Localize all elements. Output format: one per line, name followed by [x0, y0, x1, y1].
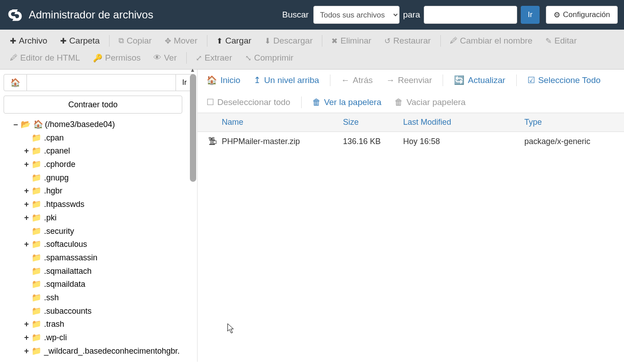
html-icon: 🖉 [10, 53, 18, 62]
search-scope-select[interactable]: Todos sus archivos [313, 6, 400, 24]
folder-tree-pane: ▲ 🏠 Ir Contraer todo – 📂 🏠 (/home3/based… [0, 70, 198, 362]
expand-toggle-icon[interactable]: + [23, 211, 30, 225]
empty-trash-button[interactable]: 🗑Vaciar papelera [392, 96, 468, 109]
permissions-button[interactable]: 🔑Permisos [87, 49, 147, 66]
cpanel-logo [6, 7, 22, 23]
toolbar: ✚Archivo ✚Carpeta ⧉Copiar ✥Mover ⬆Cargar… [0, 30, 624, 70]
folder-icon: 📁 [31, 278, 41, 291]
tree-item[interactable]: 📁.sqmaildata [4, 278, 193, 291]
tree-item[interactable]: 📁.cpan [4, 132, 193, 145]
download-icon: ⬇ [264, 36, 271, 46]
tree-item-label: .softaculous [44, 238, 87, 251]
folder-open-icon: 📂 [21, 118, 31, 132]
folder-button[interactable]: ✚Carpeta [54, 32, 106, 49]
forward-button[interactable]: →Reenviar [383, 74, 435, 87]
html-editor-button[interactable]: 🖉Editor de HTML [4, 49, 87, 66]
column-header-name[interactable]: Name [222, 118, 343, 127]
path-input[interactable] [27, 74, 176, 91]
expand-toggle-icon[interactable]: + [23, 158, 30, 171]
select-all-button[interactable]: ☑Seleccione Todo [525, 73, 603, 87]
expand-toggle-icon[interactable]: + [23, 238, 30, 251]
tree-item-label: .hgbr [44, 184, 62, 198]
move-button[interactable]: ✥Mover [158, 32, 204, 49]
expand-toggle-icon[interactable]: + [23, 198, 30, 211]
folder-tree: – 📂 🏠 (/home3/basede04) 📁.cpan+📁.cpanel+… [4, 118, 193, 358]
key-icon: 🔑 [93, 53, 102, 63]
expand-toggle-icon[interactable]: + [23, 331, 30, 345]
folder-icon: 📁 [31, 251, 41, 265]
folder-icon: 📁 [31, 184, 41, 198]
tree-item[interactable]: +📁.softaculous [4, 238, 193, 251]
header: Administrador de archivos Buscar Todos s… [0, 0, 624, 30]
edit-button[interactable]: ✎Editar [539, 32, 584, 49]
tree-item[interactable]: +📁.cphorde [4, 158, 193, 171]
expand-toggle-icon[interactable]: + [23, 145, 30, 158]
tree-item[interactable]: +📁.trash [4, 318, 193, 331]
collapse-all-button[interactable]: Contraer todo [4, 96, 182, 114]
scrollbar-thumb[interactable] [190, 74, 196, 182]
search-go-button[interactable]: Ir [521, 6, 540, 24]
tree-item[interactable]: 📁.spamassassin [4, 251, 193, 265]
home-icon: 🏠 [10, 78, 20, 88]
tree-item-label: .security [44, 225, 74, 238]
extract-icon: ⤢ [196, 53, 202, 63]
copy-button[interactable]: ⧉Copiar [112, 32, 158, 49]
home-path-button[interactable]: 🏠 [4, 74, 27, 91]
tree-item[interactable]: +📁.htpasswds [4, 198, 193, 211]
tree-item[interactable]: 📁.sqmailattach [4, 265, 193, 278]
compress-button[interactable]: ⤡Comprimir [239, 49, 300, 66]
tree-item[interactable]: +📁.pki [4, 211, 193, 225]
folder-icon: 📁 [31, 305, 41, 318]
tree-item-label: _wildcard_.basedeconhecimentohgbr. [44, 345, 180, 358]
tree-item-label: .htpasswds [44, 198, 84, 211]
folder-icon: 📁 [31, 211, 41, 225]
home-action-button[interactable]: 🏠Inicio [204, 73, 243, 87]
restore-button[interactable]: ↺Restaurar [378, 32, 437, 49]
scroll-up-arrow-icon: ▲ [190, 67, 195, 73]
tree-scrollbar[interactable]: ▲ [189, 70, 197, 362]
expand-toggle-icon[interactable]: + [23, 184, 30, 198]
folder-icon: 📁 [31, 345, 41, 358]
delete-button[interactable]: ✖Eliminar [325, 32, 378, 49]
tree-item[interactable]: 📁.gnupg [4, 171, 193, 185]
reload-button[interactable]: 🔄Actualizar [451, 73, 508, 87]
tree-item[interactable]: 📁.ssh [4, 291, 193, 305]
back-button[interactable]: ←Atrás [338, 74, 375, 87]
download-button[interactable]: ⬇Descargar [258, 32, 320, 49]
unselect-all-button[interactable]: ☐Deseleccionar todo [204, 95, 293, 109]
tree-root[interactable]: – 📂 🏠 (/home3/basede04) [4, 118, 193, 132]
up-level-button[interactable]: ↥Un nivel arriba [251, 73, 322, 87]
upload-button[interactable]: ⬆Cargar [210, 32, 258, 49]
table-body: 🗜PHPMailer-master.zip136.16 KBHoy 16:58p… [198, 132, 624, 151]
view-trash-button[interactable]: 🗑Ver la papelera [310, 96, 384, 109]
expand-toggle-icon[interactable]: + [23, 318, 30, 331]
tree-item[interactable]: +📁.cpanel [4, 145, 193, 158]
cell-name: PHPMailer-master.zip [222, 137, 343, 146]
collapse-toggle-icon[interactable]: – [13, 118, 19, 132]
tree-item-label: .sqmailattach [44, 265, 92, 278]
arrow-up-icon: ↥ [254, 75, 261, 85]
plus-icon: ✚ [60, 36, 66, 46]
column-header-type[interactable]: Type [524, 118, 618, 127]
table-row[interactable]: 🗜PHPMailer-master.zip136.16 KBHoy 16:58p… [198, 132, 624, 151]
tree-item[interactable]: +📁.hgbr [4, 184, 193, 198]
extract-button[interactable]: ⤢Extraer [189, 49, 239, 66]
tree-item[interactable]: 📁.subaccounts [4, 305, 193, 318]
file-button[interactable]: ✚Archivo [4, 32, 54, 49]
column-header-size[interactable]: Size [343, 118, 403, 127]
folder-icon: 📁 [31, 291, 41, 305]
rename-button[interactable]: 🖉Cambiar el nombre [444, 32, 540, 49]
column-header-modified[interactable]: Last Modified [403, 118, 524, 127]
settings-button[interactable]: ⚙ Configuración [546, 6, 618, 24]
eye-icon: 👁 [154, 53, 161, 62]
search-input[interactable] [424, 6, 517, 24]
archive-file-icon: 🗜 [204, 136, 222, 147]
tree-item[interactable]: +📁_wildcard_.basedeconhecimentohgbr. [4, 345, 193, 358]
tree-item[interactable]: 📁.security [4, 225, 193, 238]
tree-item[interactable]: +📁.wp-cli [4, 331, 193, 345]
expand-toggle-icon[interactable]: + [23, 345, 30, 358]
folder-icon: 📁 [31, 318, 41, 331]
view-button[interactable]: 👁Ver [147, 49, 184, 66]
delete-icon: ✖ [331, 36, 338, 46]
tree-item-label: .spamassassin [44, 251, 97, 265]
